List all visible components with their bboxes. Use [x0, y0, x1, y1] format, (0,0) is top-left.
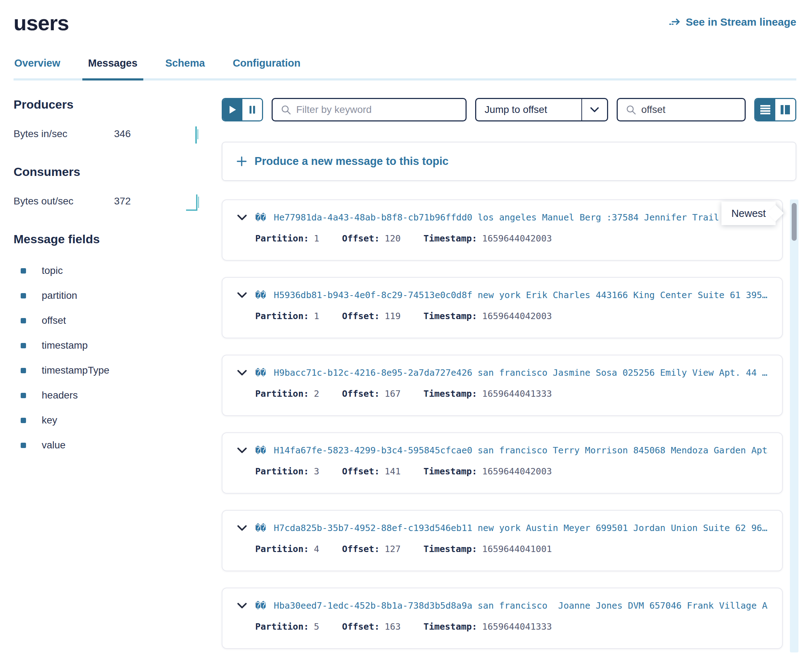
timestamp-value: 1659644042003 — [482, 233, 552, 244]
message-row: �� H7cda825b-35b7-4952-88ef-c193d546eb11… — [222, 510, 783, 571]
chevron-down-icon[interactable] — [237, 212, 247, 223]
page-title: users — [14, 11, 69, 35]
replacement-glyphs: �� — [255, 523, 266, 533]
stream-lineage-link[interactable]: See in Stream lineage — [669, 16, 796, 29]
field-bullet-icon — [21, 368, 26, 373]
search-icon — [280, 104, 291, 115]
jump-select-value: Jump to offset — [476, 99, 581, 120]
message-meta: Partition:3 Offset:141 Timestamp:1659644… — [255, 466, 768, 476]
replacement-glyphs: �� — [255, 445, 266, 455]
offset-value: 119 — [384, 311, 400, 321]
partition-value: 1 — [314, 233, 319, 244]
partition-value: 4 — [314, 544, 319, 554]
offset-search-input[interactable] — [641, 104, 737, 115]
lineage-arrow-icon — [669, 16, 682, 29]
bytes-out-label: Bytes out/sec — [14, 196, 114, 207]
field-item-timestampType[interactable]: timestampType — [14, 358, 202, 383]
field-item-timestamp[interactable]: timestamp — [14, 333, 202, 358]
field-item-partition[interactable]: partition — [14, 283, 202, 308]
offset-value: 127 — [384, 544, 400, 554]
message-row: �� H5936db81-b943-4e0f-8c29-74513e0c0d8f… — [222, 277, 783, 338]
field-item-value[interactable]: value — [14, 433, 202, 458]
play-pause-toggle — [222, 98, 263, 121]
field-item-topic[interactable]: topic — [14, 258, 202, 283]
partition-value: 1 — [314, 311, 319, 321]
chevron-down-icon[interactable] — [237, 601, 247, 611]
message-meta: Partition:1 Offset:119 Timestamp:1659644… — [255, 311, 768, 321]
chevron-down-icon[interactable] — [237, 368, 247, 378]
bytes-in-sparkline — [185, 124, 202, 144]
message-key: H5936db81-b943-4e0f-8c29-74513e0c0d8f ne… — [274, 290, 768, 300]
plus-icon — [236, 156, 247, 167]
timestamp-value: 1659644041001 — [482, 544, 552, 554]
tab-messages[interactable]: Messages — [87, 57, 138, 78]
message-header[interactable]: �� H7cda825b-35b7-4952-88ef-c193d546eb11… — [237, 523, 768, 533]
replacement-glyphs: �� — [255, 290, 266, 300]
offset-value: 167 — [384, 388, 400, 399]
consumers-heading: Consumers — [14, 165, 202, 179]
lineage-link-label: See in Stream lineage — [686, 16, 796, 28]
message-row: �� He77981da-4a43-48ab-b8f8-cb71b96ffdd0… — [222, 200, 783, 261]
bytes-out-metric: Bytes out/sec 372 — [14, 191, 202, 212]
bytes-in-value: 346 — [114, 128, 131, 140]
partition-value: 5 — [314, 621, 319, 632]
jump-to-offset-select[interactable]: Jump to offset — [475, 98, 608, 121]
chevron-down-icon[interactable] — [237, 445, 247, 455]
message-header[interactable]: �� H14fa67fe-5823-4299-b3c4-595845cfcae0… — [237, 445, 768, 455]
produce-message-button[interactable]: Produce a new message to this topic — [222, 142, 796, 181]
offset-value: 120 — [384, 233, 400, 244]
chevron-down-icon[interactable] — [237, 290, 247, 300]
bytes-out-value: 372 — [114, 196, 131, 207]
message-meta: Partition:5 Offset:163 Timestamp:1659644… — [255, 621, 768, 632]
message-row: �� Hba30eed7-1edc-452b-8b1a-738d3b5d8a9a… — [222, 588, 783, 649]
tab-schema[interactable]: Schema — [165, 57, 206, 78]
message-fields-heading: Message fields — [14, 232, 202, 246]
list-view-button[interactable] — [755, 99, 775, 120]
timestamp-value: 1659644042003 — [482, 311, 552, 321]
producers-heading: Producers — [14, 97, 202, 112]
view-mode-toggle — [754, 98, 796, 121]
message-fields-list: topic partition offset timestamp timesta… — [14, 258, 202, 458]
message-list: �� He77981da-4a43-48ab-b8f8-cb71b96ffdd0… — [222, 200, 796, 653]
topbar: users See in Stream lineage — [14, 11, 796, 35]
message-key: H7cda825b-35b7-4952-88ef-c193d546eb11 ne… — [274, 523, 768, 533]
keyword-filter-input[interactable] — [296, 104, 458, 115]
play-button[interactable] — [223, 99, 242, 120]
pause-button[interactable] — [242, 99, 262, 120]
bytes-in-metric: Bytes in/sec 346 — [14, 124, 202, 144]
message-header[interactable]: �� Hba30eed7-1edc-452b-8b1a-738d3b5d8a9a… — [237, 600, 768, 611]
message-row: �� H9bacc71c-b12c-4216-8e95-2a7da727e426… — [222, 355, 783, 416]
column-view-button[interactable] — [775, 99, 795, 120]
scrollbar-thumb[interactable] — [792, 203, 797, 241]
bytes-out-sparkline — [185, 191, 202, 212]
field-bullet-icon — [21, 418, 26, 423]
message-meta: Partition:2 Offset:167 Timestamp:1659644… — [255, 388, 768, 399]
message-header[interactable]: �� H5936db81-b943-4e0f-8c29-74513e0c0d8f… — [237, 290, 768, 300]
message-meta: Partition:4 Offset:127 Timestamp:1659644… — [255, 544, 768, 554]
message-header[interactable]: �� He77981da-4a43-48ab-b8f8-cb71b96ffdd0… — [237, 212, 768, 223]
pause-icon — [249, 105, 256, 114]
replacement-glyphs: �� — [255, 212, 266, 223]
search-icon — [626, 104, 636, 115]
message-key: Hba30eed7-1edc-452b-8b1a-738d3b5d8a9a sa… — [274, 600, 768, 611]
keyword-filter-field — [272, 98, 467, 121]
field-bullet-icon — [21, 393, 26, 398]
message-row: �� H14fa67fe-5823-4299-b3c4-595845cfcae0… — [222, 433, 783, 493]
timestamp-value: 1659644042003 — [482, 466, 552, 476]
field-item-headers[interactable]: headers — [14, 383, 202, 408]
messages-toolbar: Jump to offset — [222, 97, 796, 122]
newest-tooltip-label: Newest — [732, 208, 766, 219]
bytes-in-label: Bytes in/sec — [14, 128, 114, 140]
tab-overview[interactable]: Overview — [14, 57, 61, 78]
scrollbar-track[interactable] — [790, 200, 798, 653]
tab-configuration[interactable]: Configuration — [232, 57, 301, 78]
column-view-icon — [780, 105, 790, 115]
messages-panel: Jump to offset — [222, 97, 796, 653]
field-item-offset[interactable]: offset — [14, 308, 202, 333]
field-item-key[interactable]: key — [14, 408, 202, 433]
message-header[interactable]: �� H9bacc71c-b12c-4216-8e95-2a7da727e426… — [237, 367, 768, 378]
message-meta: Partition:1 Offset:120 Timestamp:1659644… — [255, 233, 768, 244]
offset-value: 163 — [384, 621, 400, 632]
chevron-down-icon[interactable] — [237, 523, 247, 533]
replacement-glyphs: �� — [255, 367, 266, 378]
